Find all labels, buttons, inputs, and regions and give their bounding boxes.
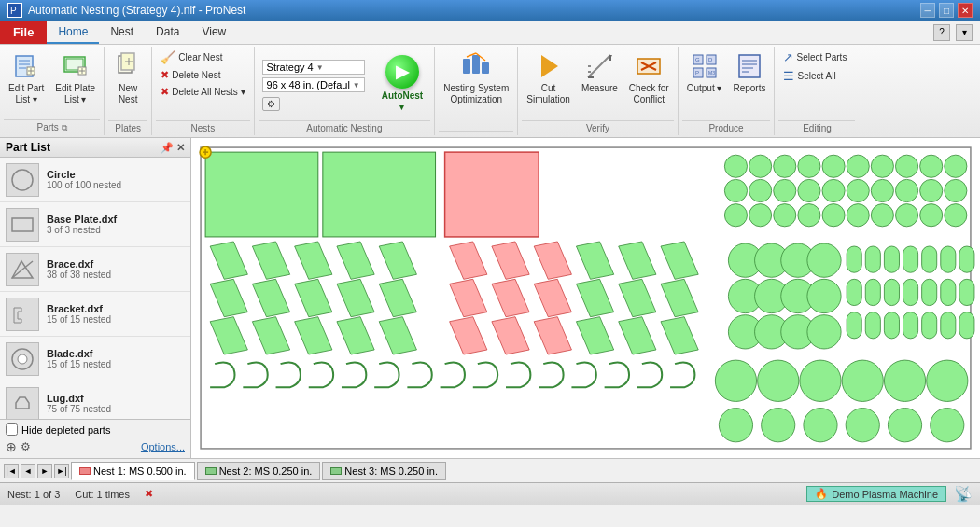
ribbon-label-verify: Verify — [522, 120, 673, 135]
menu-home[interactable]: Home — [47, 21, 99, 44]
part-list-items[interactable]: Circle 100 of 100 nested Base Plate.dxf … — [0, 158, 190, 419]
svg-rect-147 — [865, 312, 880, 339]
clear-nest-button[interactable]: 🧹 Clear Nest — [156, 49, 249, 66]
svg-rect-152 — [959, 312, 974, 339]
menu-data[interactable]: Data — [145, 21, 190, 44]
svg-point-46 — [12, 170, 33, 190]
svg-point-77 — [724, 204, 747, 227]
svg-rect-146 — [847, 312, 861, 339]
svg-rect-135 — [903, 246, 918, 272]
nav-prev-button[interactable]: ◄ — [21, 464, 35, 478]
svg-point-62 — [847, 155, 869, 177]
close-button[interactable]: ✕ — [958, 3, 973, 18]
edit-plate-list-icon — [61, 51, 91, 81]
settings-parts-button[interactable]: ⚙ — [21, 439, 31, 454]
title-bar-controls[interactable]: ─ □ ✕ — [920, 3, 973, 18]
machine-badge[interactable]: 🔥 Demo Plasma Machine — [806, 486, 946, 502]
svg-point-74 — [895, 179, 917, 201]
svg-point-164 — [931, 409, 964, 442]
ribbon-group-verify: CutSimulation Measure Check forConflict … — [518, 47, 678, 135]
svg-rect-134 — [884, 246, 899, 272]
nest-tab-3-label: Nest 3: MS 0.250 in. — [344, 465, 438, 477]
ribbon-group-autonesting-content: Strategy 4 ▼ 96 x 48 in. (Defaul ▼ ⚙ ▶ A… — [259, 49, 431, 118]
svg-rect-137 — [941, 246, 956, 272]
svg-rect-138 — [959, 246, 974, 272]
parts-expand-icon[interactable]: ⧉ — [62, 123, 67, 132]
help-button[interactable]: ? — [933, 24, 950, 41]
select-all-button[interactable]: ☰ Select All — [778, 67, 851, 85]
hide-depleted-checkbox[interactable] — [6, 423, 18, 436]
part-count-bracket: 15 of 15 nested — [47, 314, 111, 325]
nav-first-button[interactable]: |◄ — [4, 464, 19, 478]
ribbon-label-optimization — [439, 131, 513, 135]
nav-next-button[interactable]: ► — [37, 464, 52, 478]
part-name-circle: Circle — [47, 169, 121, 180]
nest-tab-2-label: Nest 2: MS 0.250 in. — [219, 465, 313, 477]
svg-point-58 — [749, 155, 772, 177]
close-panel-button[interactable]: ✕ — [176, 142, 185, 154]
settings-button[interactable]: ⚙ — [262, 97, 280, 111]
svg-point-67 — [724, 179, 747, 201]
cut-simulation-button[interactable]: CutSimulation — [522, 49, 575, 108]
svg-text:P: P — [10, 6, 17, 16]
strategy-dropdown[interactable]: Strategy 4 ▼ — [262, 60, 365, 75]
svg-rect-47 — [12, 218, 33, 231]
edit-plate-list-button[interactable]: Edit PlateList ▾ — [50, 49, 100, 108]
delete-nest-button[interactable]: ✖ Delete Nest — [156, 67, 249, 83]
svg-point-75 — [920, 179, 943, 201]
measure-button[interactable]: Measure — [577, 49, 623, 97]
options-button[interactable]: Options... — [141, 441, 185, 452]
check-conflict-icon — [634, 51, 664, 81]
output-label: Output ▾ — [687, 83, 722, 94]
ribbon-collapse-button[interactable]: ▾ — [956, 24, 973, 41]
delete-all-nests-icon: ✖ — [161, 86, 169, 98]
minimize-button[interactable]: ─ — [920, 3, 935, 18]
list-item[interactable]: Circle 100 of 100 nested — [0, 158, 190, 202]
part-list-header: Part List 📌 ✕ — [0, 138, 190, 158]
svg-point-61 — [822, 155, 845, 177]
optimization-button[interactable]: Nesting SystemOptimization — [439, 49, 513, 108]
svg-point-59 — [774, 155, 796, 177]
menu-file[interactable]: File — [0, 21, 47, 44]
check-conflict-button[interactable]: Check forConflict — [624, 49, 674, 108]
canvas-area[interactable] — [191, 138, 980, 458]
nest-tab-1[interactable]: Nest 1: MS 0.500 in. — [71, 462, 195, 480]
select-parts-button[interactable]: ↗ Select Parts — [778, 49, 851, 66]
list-item[interactable]: Lug.dxf 75 of 75 nested — [0, 381, 190, 419]
ribbon-label-parts: Parts ⧉ — [4, 119, 100, 135]
nest-1-icon — [79, 467, 91, 475]
autonest-button[interactable]: ▶ AutoNest ▾ — [374, 53, 430, 114]
list-item[interactable]: Blade.dxf 15 of 15 nested — [0, 337, 190, 381]
nest-tab-2[interactable]: Nest 2: MS 0.250 in. — [197, 462, 321, 480]
ribbon-label-produce: Produce — [682, 120, 771, 135]
maximize-button[interactable]: □ — [939, 3, 954, 18]
part-name-bracket: Bracket.dxf — [47, 303, 111, 314]
pin-button[interactable]: 📌 — [161, 142, 174, 154]
autonest-label: AutoNest — [382, 90, 423, 101]
reports-label: Reports — [733, 83, 765, 94]
svg-point-76 — [945, 179, 967, 201]
svg-point-123 — [807, 243, 841, 277]
size-dropdown[interactable]: 96 x 48 in. (Defaul ▼ — [262, 77, 365, 92]
select-parts-label: Select Parts — [796, 52, 847, 62]
nav-last-button[interactable]: ►| — [54, 464, 69, 478]
feed-icon[interactable]: 📡 — [954, 485, 973, 503]
new-nest-button[interactable]: NewNest — [108, 49, 147, 108]
add-button[interactable]: ⊕ — [6, 439, 17, 454]
reports-button[interactable]: Reports — [728, 49, 770, 97]
nest-tab-3[interactable]: Nest 3: MS 0.250 in. — [322, 462, 446, 480]
svg-point-81 — [822, 204, 845, 227]
hide-depleted-label[interactable]: Hide depleted parts — [6, 423, 185, 436]
menu-view[interactable]: View — [190, 21, 237, 44]
list-item[interactable]: Brace.dxf 38 of 38 nested — [0, 247, 190, 292]
edit-part-list-button[interactable]: Edit PartList ▾ — [4, 49, 49, 108]
menu-nest[interactable]: Nest — [99, 21, 145, 44]
ribbon-label-plates: Plates — [108, 120, 147, 135]
list-item[interactable]: Bracket.dxf 15 of 15 nested — [0, 292, 190, 337]
delete-all-nests-button[interactable]: ✖ Delete All Nests ▾ — [156, 84, 249, 100]
output-button[interactable]: GDPM3 Output ▾ — [682, 49, 727, 97]
svg-point-86 — [945, 204, 967, 227]
size-dropdown-arrow: ▼ — [353, 81, 360, 90]
list-item[interactable]: Base Plate.dxf 3 of 3 nested — [0, 202, 190, 247]
ribbon-group-editing: ↗ Select Parts ☰ Select All Editing — [775, 47, 859, 135]
